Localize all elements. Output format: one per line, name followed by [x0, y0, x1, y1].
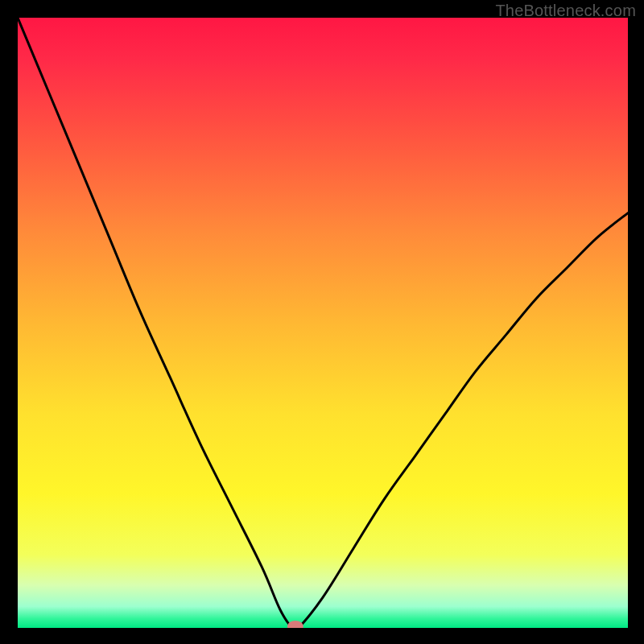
- chart-svg: [18, 18, 628, 628]
- chart-frame: TheBottleneck.com: [0, 0, 644, 644]
- gradient-background: [18, 18, 628, 628]
- plot-area: [18, 18, 628, 628]
- watermark-text: TheBottleneck.com: [495, 2, 636, 20]
